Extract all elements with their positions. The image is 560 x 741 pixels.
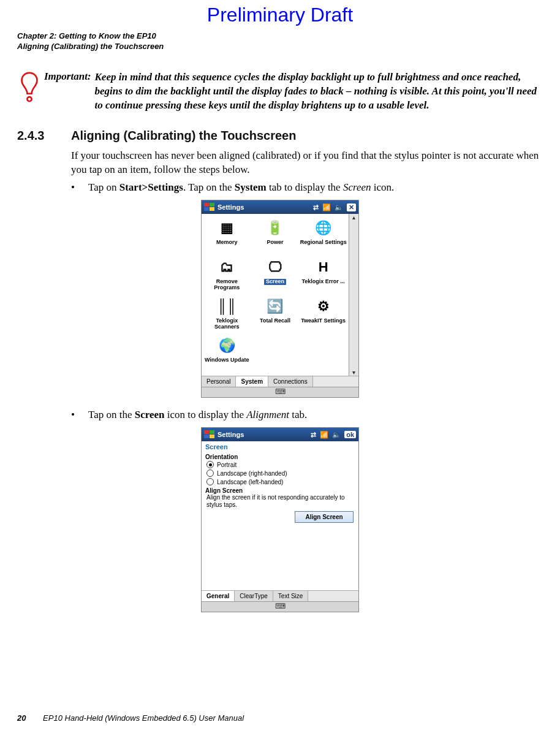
pda-sip-bar[interactable]: ⌨ — [202, 601, 358, 612]
system-icon-regional-settings[interactable]: 🌐Regional Settings — [299, 216, 347, 256]
orientation-option[interactable]: Landscape (left-handed) — [202, 477, 358, 486]
important-text: Keep in mind that this sequence cycles t… — [95, 70, 545, 113]
app-icon: 🌍 — [216, 335, 237, 356]
app-icon: 🌐 — [313, 218, 334, 238]
volume-icon: 🔈 — [335, 203, 343, 211]
align-screen-desc: Align the screen if it is not responding… — [202, 494, 358, 509]
ok-button[interactable]: ok — [344, 431, 356, 438]
radio-label: Landscape (right-handed) — [217, 470, 287, 477]
tab-personal[interactable]: Personal — [202, 376, 236, 387]
svg-rect-3 — [204, 207, 209, 211]
align-screen-button[interactable]: Align Screen — [295, 511, 354, 523]
important-label: Important: — [44, 70, 95, 83]
svg-rect-2 — [210, 203, 214, 207]
pda-tabs: PersonalSystemConnections — [202, 376, 358, 387]
volume-icon: 🔈 — [332, 431, 341, 439]
app-label: Memory — [216, 240, 238, 246]
app-icon: 🔄 — [265, 296, 286, 317]
pda-titlebar: Settings ⇄ 📶 🔈 ok — [202, 428, 358, 441]
system-icon-memory[interactable]: ▦Memory — [203, 216, 251, 256]
bullet-2: • Tap on the Screen icon to display the … — [0, 404, 560, 421]
chapter-line: Chapter 2: Getting to Know the EP10 — [17, 31, 560, 42]
pda-status-icons: ⇄ 📶 🔈 ok — [311, 431, 356, 439]
radio-icon — [206, 469, 214, 477]
app-icon: 🗂 — [216, 257, 237, 278]
system-icon-teklogix-error-[interactable]: HTeklogix Error ... — [299, 256, 347, 295]
page-footer: 20 EP10 Hand-Held (Windows Embedded 6.5)… — [17, 713, 244, 723]
connectivity-icon: ⇄ — [311, 431, 316, 439]
bullet-1: • Tap on Start>Settings. Tap on the Syst… — [0, 177, 560, 194]
screenshot-settings-system: Settings ⇄ 📶 🔈 ✕ ▦Memory🔋Power🌐Regional … — [201, 200, 359, 398]
windows-flag-icon — [204, 203, 215, 211]
screen-subtitle: Screen — [202, 441, 358, 452]
system-icon-screen[interactable]: 🖵Screen — [251, 256, 300, 295]
section-number: 2.4.3 — [17, 129, 71, 143]
app-label: TweakIT Settings — [301, 318, 346, 324]
orientation-label: Orientation — [202, 452, 358, 460]
orientation-option[interactable]: Landscape (right-handed) — [202, 469, 358, 477]
signal-icon: 📶 — [320, 431, 328, 439]
intro-paragraph: If your touchscreen has never been align… — [0, 146, 560, 177]
app-label: Remove Programs — [203, 279, 251, 291]
app-icon: ⚙ — [313, 296, 334, 317]
svg-rect-1 — [204, 203, 209, 207]
radio-label: Landscape (left-handed) — [217, 479, 283, 485]
app-label: Windows Update — [205, 357, 249, 363]
signal-icon: 📶 — [322, 203, 331, 211]
section-title: Aligning (Calibrating) the Touchscreen — [71, 129, 296, 143]
tab-connections[interactable]: Connections — [268, 376, 313, 387]
system-icon-total-recall[interactable]: 🔄Total Recall — [251, 295, 300, 334]
system-icon-windows-update[interactable]: 🌍Windows Update — [203, 334, 251, 373]
app-label: Total Recall — [260, 318, 290, 324]
app-icon: H — [313, 257, 334, 278]
app-label: Regional Settings — [300, 240, 347, 246]
manual-title: EP10 Hand-Held (Windows Embedded 6.5) Us… — [43, 713, 244, 723]
radio-label: Portrait — [217, 462, 236, 468]
app-icon: ║║ — [216, 296, 237, 317]
system-icon-teklogix-scanners[interactable]: ║║Teklogix Scanners — [203, 295, 251, 334]
app-icon: ▦ — [216, 218, 237, 238]
app-icon: 🔋 — [265, 218, 286, 238]
section-heading: 2.4.3 Aligning (Calibrating) the Touchsc… — [0, 113, 560, 146]
svg-rect-5 — [204, 430, 209, 434]
app-label: Teklogix Scanners — [203, 318, 251, 330]
app-label: Teklogix Error ... — [301, 279, 344, 285]
bullet-dot: • — [71, 181, 88, 194]
pda-titlebar: Settings ⇄ 📶 🔈 ✕ — [202, 200, 358, 214]
app-icon: 🖵 — [265, 257, 286, 278]
svg-rect-4 — [210, 207, 214, 211]
tab-text-size[interactable]: Text Size — [273, 591, 309, 601]
svg-point-0 — [27, 97, 31, 101]
pda-tabs: GeneralClearTypeText Size — [202, 590, 358, 601]
tab-system[interactable]: System — [236, 376, 268, 387]
scrollbar[interactable]: ▴▾ — [349, 214, 358, 376]
svg-rect-7 — [204, 435, 209, 438]
pda-status-icons: ⇄ 📶 🔈 ✕ — [313, 203, 356, 211]
system-icon-power[interactable]: 🔋Power — [251, 216, 300, 256]
close-icon[interactable]: ✕ — [347, 203, 356, 211]
app-label: Screen — [264, 279, 286, 285]
svg-rect-8 — [210, 435, 214, 438]
system-icon-tweakit-settings[interactable]: ⚙TweakIT Settings — [299, 295, 347, 334]
warning-icon — [18, 72, 40, 105]
section-line: Aligning (Calibrating) the Touchscreen — [17, 42, 560, 52]
align-screen-label: Align Screen — [202, 486, 358, 494]
radio-icon — [206, 478, 214, 485]
screenshot-screen-settings: Settings ⇄ 📶 🔈 ok Screen Orientation Por… — [201, 427, 359, 612]
windows-flag-icon — [204, 430, 215, 439]
preliminary-draft-watermark: Preliminary Draft — [0, 0, 560, 26]
svg-rect-6 — [210, 430, 214, 434]
app-label: Power — [267, 240, 283, 246]
system-icon-remove-programs[interactable]: 🗂Remove Programs — [203, 256, 251, 295]
tab-general[interactable]: General — [202, 591, 235, 601]
pda-title-text: Settings — [218, 203, 244, 211]
bullet-dot: • — [71, 409, 88, 421]
page-header: Chapter 2: Getting to Know the EP10 Alig… — [0, 26, 560, 52]
pda-title-text: Settings — [218, 431, 244, 438]
orientation-option[interactable]: Portrait — [202, 460, 358, 469]
tab-cleartype[interactable]: ClearType — [235, 591, 273, 601]
connectivity-icon: ⇄ — [313, 203, 319, 211]
page-number: 20 — [17, 713, 26, 723]
pda-sip-bar[interactable]: ⌨ — [202, 387, 358, 397]
important-callout: Important: Keep in mind that this sequen… — [0, 52, 560, 113]
